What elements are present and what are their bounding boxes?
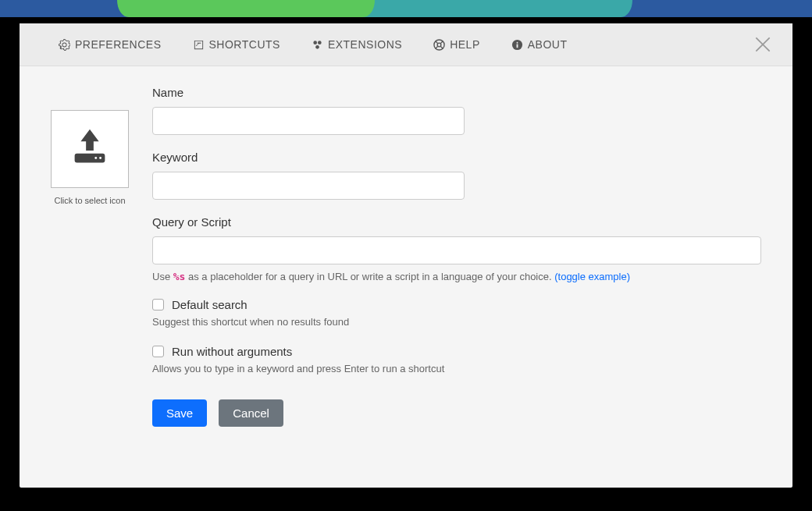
run-without-args-checkbox[interactable] [152,346,164,357]
tab-bar: PREFERENCES SHORTCUTS EXTENSIONS HELP [20,23,792,66]
close-button[interactable] [753,34,773,55]
tab-label: ABOUT [528,38,568,51]
external-link-icon [193,39,205,51]
tab-label: PREFERENCES [75,38,162,51]
query-label: Query or Script [152,215,761,229]
tab-shortcuts[interactable]: SHORTCUTS [177,23,296,66]
tab-help[interactable]: HELP [418,23,496,66]
svg-point-15 [94,157,97,159]
svg-point-2 [315,44,319,48]
form-column: Name Keyword Query or Script Use %s as a… [152,86,761,468]
svg-point-4 [437,43,441,47]
keyword-field-group: Keyword [152,151,761,200]
svg-point-0 [313,41,317,44]
svg-point-16 [99,157,102,159]
puzzle-icon [312,39,323,51]
tab-about[interactable]: ABOUT [496,23,583,66]
form-content: Click to select icon Name Keyword Query … [20,66,792,488]
query-field-group: Query or Script Use %s as a placeholder … [152,215,761,282]
tab-label: HELP [450,38,480,51]
banner-shape [117,0,375,17]
hint-text: Use [152,271,173,282]
icon-picker-hint: Click to select icon [54,196,125,205]
run-without-args-label: Run without arguments [172,345,292,358]
svg-line-6 [441,41,443,43]
default-search-checkbox[interactable] [152,299,164,311]
help-icon [433,39,445,51]
tab-label: EXTENSIONS [328,38,402,51]
placeholder-token: %s [173,271,186,282]
default-search-group: Default search Suggest this shortcut whe… [152,298,761,328]
hint-text: as a placeholder for a query in URL or w… [185,271,554,282]
upload-icon [66,123,114,175]
tab-label: SHORTCUTS [209,38,280,51]
tab-preferences[interactable]: PREFERENCES [43,23,177,66]
toggle-example-link[interactable]: (toggle example) [554,271,630,282]
tab-extensions[interactable]: EXTENSIONS [296,23,418,66]
banner-shape [336,0,632,17]
info-icon [511,39,523,51]
run-without-args-hint: Allows you to type in a keyword and pres… [152,363,761,374]
save-button[interactable]: Save [152,399,207,427]
svg-line-5 [436,41,438,43]
svg-line-7 [436,46,438,48]
name-input[interactable] [152,107,465,135]
keyword-label: Keyword [152,151,761,164]
default-search-hint: Suggest this shortcut when no results fo… [152,316,761,328]
svg-line-8 [441,46,443,48]
run-without-args-group: Run without arguments Allows you to type… [152,345,761,374]
query-input[interactable] [152,236,761,264]
icon-picker[interactable] [51,110,129,188]
svg-rect-11 [516,44,518,48]
svg-point-10 [516,41,518,43]
keyword-input[interactable] [152,172,465,200]
default-search-label: Default search [172,298,248,311]
query-hint: Use %s as a placeholder for a query in U… [152,271,761,282]
button-row: Save Cancel [152,399,761,427]
icon-column: Click to select icon [51,86,129,468]
name-field-group: Name [152,86,761,135]
preferences-modal: PREFERENCES SHORTCUTS EXTENSIONS HELP [20,23,792,488]
name-label: Name [152,86,761,99]
cancel-button[interactable]: Cancel [219,399,283,427]
gear-icon [59,39,70,51]
page-banner [0,0,812,17]
svg-point-1 [318,41,322,44]
